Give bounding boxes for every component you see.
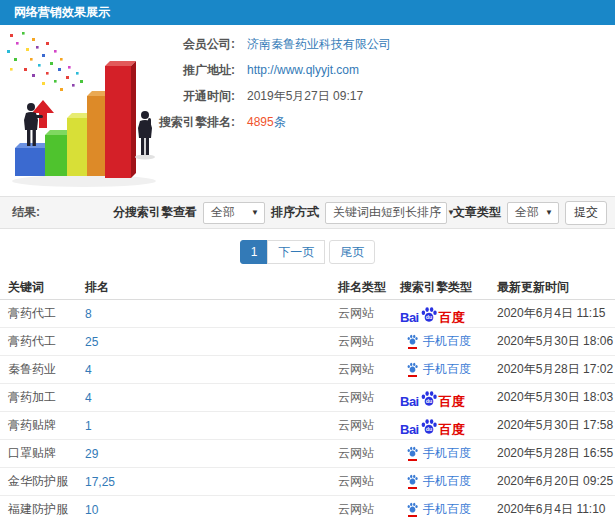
- rank-link[interactable]: 4: [85, 391, 92, 405]
- keyword-cell: 膏药代工: [0, 305, 85, 322]
- baidu-logo-bai: Bai: [400, 311, 419, 324]
- keyword-rank-table: 关键词 排名 排名类型 搜索引擎类型 最新更新时间 膏药代工 8 云网站 Bai…: [0, 275, 615, 520]
- header-updated-time: 最新更新时间: [497, 279, 615, 296]
- info-row-rank-count: 搜索引擎排名: 4895条: [0, 114, 480, 130]
- rank-link[interactable]: 10: [85, 503, 98, 517]
- rank-count-suffix: 条: [274, 115, 286, 129]
- rank-link[interactable]: 8: [85, 307, 92, 321]
- baidu-logo: Baidu百度: [400, 388, 465, 408]
- chevron-down-icon: ▼: [545, 208, 553, 217]
- rank-link[interactable]: 29: [85, 447, 98, 461]
- sort-filter-label: 排序方式: [271, 204, 319, 221]
- baidu-mobile-logo: 手机百度: [406, 501, 471, 518]
- header-engine-type: 搜索引擎类型: [398, 279, 497, 296]
- baidu-logo: Baidu百度: [400, 416, 465, 436]
- baidu-mobile-logo: 手机百度: [406, 445, 471, 462]
- result-label: 结果:: [12, 204, 40, 221]
- keyword-cell: 金华防护服: [0, 473, 85, 490]
- updated-time-cell: 2020年6月4日 11:15: [497, 305, 615, 322]
- baidu-logo-bai: Bai: [400, 395, 419, 408]
- rank-type-cell: 云网站: [338, 361, 398, 378]
- last-page-button[interactable]: 尾页: [329, 240, 375, 264]
- rank-type-cell: 云网站: [338, 445, 398, 462]
- baidu-logo-cn: 百度: [439, 423, 465, 436]
- promo-url-link[interactable]: http://www.qlyyjt.com: [247, 63, 359, 77]
- engine-select[interactable]: 全部 ▼: [203, 202, 265, 224]
- baidu-paw-icon: du: [420, 390, 438, 408]
- table-row: 膏药代工 8 云网站 Baidu百度 2020年6月4日 11:15: [0, 300, 615, 328]
- rank-count-number: 4895: [247, 115, 274, 129]
- sort-select-value: 关键词由短到长排序: [333, 204, 441, 221]
- rank-count-value: 4895条: [247, 114, 286, 131]
- baidu-paw-icon: [406, 334, 419, 346]
- svg-text:du: du: [426, 425, 432, 431]
- search-engine-cell: Baidu百度: [398, 388, 497, 408]
- table-row: 膏药贴牌 1 云网站 Baidu百度 2020年5月30日 17:58: [0, 412, 615, 440]
- baidu-paw-icon: [406, 446, 419, 458]
- baidu-mobile-logo: 手机百度: [406, 361, 471, 378]
- keyword-cell: 膏药加工: [0, 389, 85, 406]
- updated-time-cell: 2020年5月28日 16:55: [497, 445, 615, 462]
- baidu-paw-icon: [406, 362, 419, 374]
- baidu-mobile-label: 手机百度: [423, 445, 471, 462]
- svg-text:du: du: [426, 397, 432, 403]
- search-engine-cell: 手机百度: [398, 501, 497, 518]
- keyword-cell: 秦鲁药业: [0, 361, 85, 378]
- filter-bar: 结果: 分搜索引擎查看 全部 ▼ 排序方式 关键词由短到长排序 ▼ 文章类型 全…: [0, 196, 615, 229]
- table-row: 金华防护服 17,25 云网站 手机百度 2020年6月20日 09:25: [0, 468, 615, 496]
- sort-select[interactable]: 关键词由短到长排序 ▼: [325, 202, 447, 224]
- filter-controls: 分搜索引擎查看 全部 ▼ 排序方式 关键词由短到长排序 ▼ 文章类型 全部 ▼ …: [113, 201, 607, 225]
- table-row: 口罩贴牌 29 云网站 手机百度 2020年5月28日 16:55: [0, 440, 615, 468]
- updated-time-cell: 2020年5月30日 18:03: [497, 389, 615, 406]
- baidu-logo-cn: 百度: [439, 395, 465, 408]
- rank-link[interactable]: 17,25: [85, 475, 115, 489]
- rank-link[interactable]: 1: [85, 419, 92, 433]
- baidu-paw-icon: [406, 474, 419, 486]
- svg-text:du: du: [426, 313, 432, 319]
- next-page-button[interactable]: 下一页: [267, 240, 325, 264]
- member-info: 会员公司: 济南秦鲁药业科技有限公司 推广地址: http://www.qlyy…: [0, 36, 480, 140]
- updated-time-cell: 2020年5月30日 18:06: [497, 333, 615, 350]
- rank-type-cell: 云网站: [338, 417, 398, 434]
- table-header-row: 关键词 排名 排名类型 搜索引擎类型 最新更新时间: [0, 275, 615, 300]
- baidu-mobile-underline: [408, 515, 417, 517]
- baidu-mobile-label: 手机百度: [423, 501, 471, 518]
- article-type-select[interactable]: 全部 ▼: [507, 202, 559, 224]
- table-body: 膏药代工 8 云网站 Baidu百度 2020年6月4日 11:15 膏药代工 …: [0, 300, 615, 520]
- article-type-select-value: 全部: [515, 204, 539, 221]
- header-keyword: 关键词: [0, 279, 85, 296]
- company-link[interactable]: 济南秦鲁药业科技有限公司: [247, 36, 391, 53]
- baidu-mobile-underline: [408, 375, 417, 377]
- baidu-mobile-underline: [408, 487, 417, 489]
- table-row: 秦鲁药业 4 云网站 手机百度 2020年5月28日 17:02: [0, 356, 615, 384]
- open-time-label: 开通时间:: [0, 88, 235, 105]
- rank-type-cell: 云网站: [338, 473, 398, 490]
- baidu-paw-icon: du: [420, 306, 438, 324]
- article-type-label: 文章类型: [453, 204, 501, 221]
- search-engine-cell: 手机百度: [398, 361, 497, 378]
- search-engine-cell: 手机百度: [398, 473, 497, 490]
- search-engine-cell: Baidu百度: [398, 304, 497, 324]
- baidu-paw-icon: [406, 502, 419, 514]
- company-label: 会员公司:: [0, 36, 235, 53]
- baidu-mobile-label: 手机百度: [423, 361, 471, 378]
- keyword-cell: 膏药贴牌: [0, 417, 85, 434]
- baidu-mobile-label: 手机百度: [423, 333, 471, 350]
- pagination: 1 下一页 尾页: [0, 240, 615, 264]
- keyword-cell: 福建防护服: [0, 501, 85, 518]
- rank-type-cell: 云网站: [338, 333, 398, 350]
- info-row-url: 推广地址: http://www.qlyyjt.com: [0, 62, 480, 78]
- rank-link[interactable]: 4: [85, 363, 92, 377]
- rank-link[interactable]: 25: [85, 335, 98, 349]
- page-button-current[interactable]: 1: [240, 240, 269, 264]
- chevron-down-icon: ▼: [251, 208, 259, 217]
- engine-select-value: 全部: [211, 204, 235, 221]
- bar-blue: [15, 143, 50, 176]
- keyword-cell: 口罩贴牌: [0, 445, 85, 462]
- search-engine-cell: Baidu百度: [398, 416, 497, 436]
- baidu-logo-cn: 百度: [439, 311, 465, 324]
- promo-url-label: 推广地址:: [0, 62, 235, 79]
- updated-time-cell: 2020年5月28日 17:02: [497, 361, 615, 378]
- submit-button[interactable]: 提交: [565, 201, 607, 225]
- baidu-paw-icon: du: [420, 418, 438, 436]
